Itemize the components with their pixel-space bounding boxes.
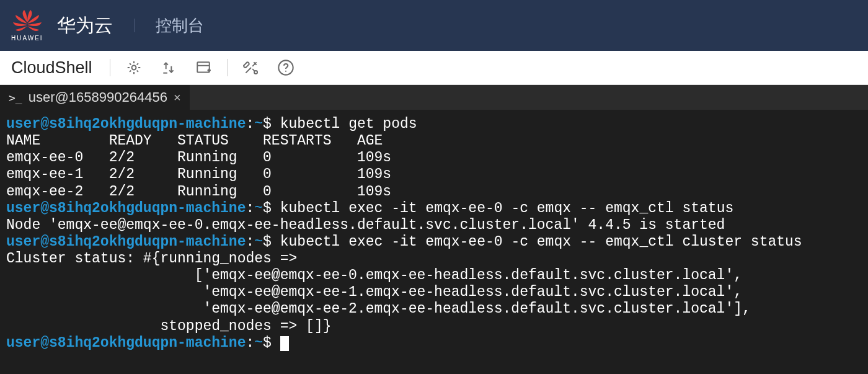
prompt-sep: : [246, 116, 254, 132]
prompt-sep: : [246, 335, 254, 351]
top-header: HUAWEI 华为云 控制台 [0, 0, 868, 51]
prompt-user-host: user@s8ihq2okhgduqpn-machine [6, 234, 246, 250]
prompt-path: ~ [254, 234, 263, 250]
window-plus-icon [195, 60, 211, 76]
help-button[interactable] [275, 56, 297, 79]
tools-button[interactable] [240, 56, 262, 79]
toolbar-divider [227, 59, 228, 76]
prompt-sep: : [246, 200, 254, 216]
huawei-logo[interactable]: HUAWEI [11, 10, 43, 42]
prompt-sep: : [246, 234, 254, 250]
prompt-path: ~ [254, 116, 263, 132]
brand-name[interactable]: 华为云 [57, 13, 113, 38]
svg-point-0 [131, 66, 136, 70]
terminal-tab[interactable]: >_ user@1658990264456 × [0, 85, 190, 110]
close-tab-button[interactable]: × [174, 91, 181, 105]
cloudshell-title: CloudShell [11, 58, 92, 78]
tab-bar: >_ user@1658990264456 × [0, 85, 868, 110]
header-divider [134, 19, 135, 32]
prompt-dollar: $ [263, 116, 272, 132]
huawei-petal-icon [12, 10, 43, 33]
svg-point-4 [285, 71, 286, 72]
command-text: kubectl exec -it emqx-ee-0 -c emqx -- em… [280, 234, 802, 250]
settings-button[interactable] [123, 56, 145, 79]
transfer-icon [161, 60, 177, 76]
prompt-path: ~ [254, 335, 263, 351]
output-line: 'emqx-ee@emqx-ee-2.emqx-ee-headless.defa… [6, 301, 751, 317]
svg-point-2 [254, 71, 257, 74]
output-line: emqx-ee-2 2/2 Running 0 109s [6, 184, 391, 200]
toolbar: CloudShell [0, 51, 868, 85]
prompt-dollar: $ [263, 234, 272, 250]
toolbar-divider [110, 59, 110, 76]
tools-icon [243, 60, 259, 76]
output-line: ['emqx-ee@emqx-ee-0.emqx-ee-headless.def… [6, 267, 742, 283]
console-link[interactable]: 控制台 [156, 15, 204, 37]
output-line: stopped_nodes => []} [6, 318, 332, 334]
prompt-user-host: user@s8ihq2okhgduqpn-machine [6, 116, 246, 132]
prompt-user-host: user@s8ihq2okhgduqpn-machine [6, 335, 246, 351]
terminal-output[interactable]: user@s8ihq2okhgduqpn-machine:~$ kubectl … [0, 110, 868, 358]
output-line: emqx-ee-1 2/2 Running 0 109s [6, 166, 391, 182]
prompt-user-host: user@s8ihq2okhgduqpn-machine [6, 200, 246, 216]
output-line: Node 'emqx-ee@emqx-ee-0.emqx-ee-headless… [6, 217, 725, 233]
command-text: kubectl get pods [280, 116, 417, 132]
prompt-dollar: $ [263, 335, 272, 351]
tab-title: user@1658990264456 [29, 89, 167, 105]
prompt-path: ~ [254, 200, 263, 216]
output-line: NAME READY STATUS RESTARTS AGE [6, 133, 383, 149]
upload-download-button[interactable] [157, 56, 180, 79]
output-line: 'emqx-ee@emqx-ee-1.emqx-ee-headless.defa… [6, 284, 742, 300]
help-icon [277, 59, 294, 76]
output-line: emqx-ee-0 2/2 Running 0 109s [6, 149, 391, 166]
gear-icon [126, 60, 142, 76]
output-line: Cluster status: #{running_nodes => [6, 251, 297, 267]
command-text: kubectl exec -it emqx-ee-0 -c emqx -- em… [280, 200, 734, 216]
terminal-icon: >_ [9, 91, 22, 104]
prompt-dollar: $ [263, 200, 272, 216]
new-window-button[interactable] [192, 56, 215, 79]
logo-subtext: HUAWEI [11, 35, 43, 42]
terminal-cursor [280, 336, 289, 351]
